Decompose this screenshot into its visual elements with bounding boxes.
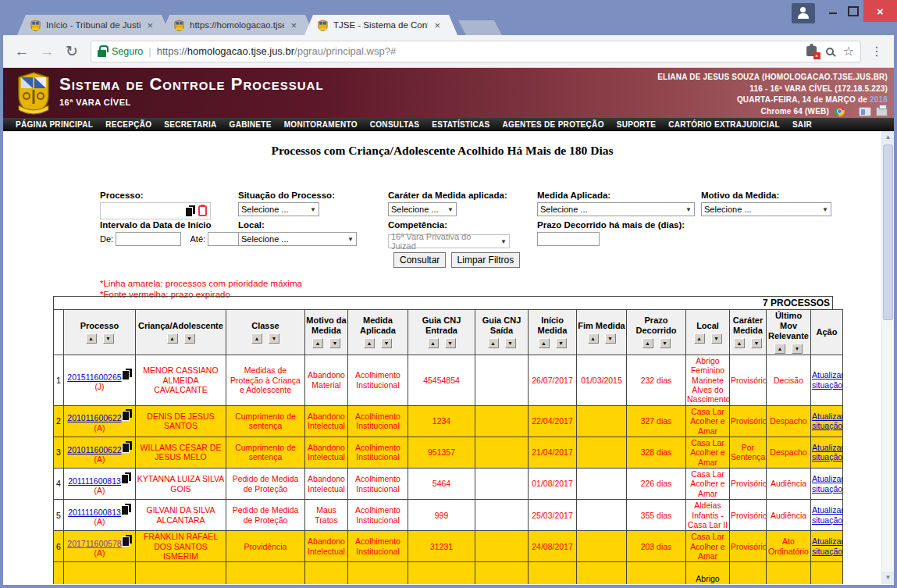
scrollbar-thumb[interactable] (883, 144, 893, 320)
sort-desc-icon[interactable]: ▼ (660, 338, 671, 348)
copy-pages-icon[interactable] (185, 205, 195, 217)
sort-asc-icon[interactable]: ▲ (251, 333, 262, 344)
sort-desc-icon[interactable]: ▼ (556, 338, 567, 348)
sort-desc-icon[interactable]: ▼ (751, 338, 762, 348)
processo-link[interactable]: 201111600813 (68, 508, 121, 517)
page-title: Processos com Criança/Adolescente Acolhi… (3, 144, 881, 158)
menu-item-recep-o[interactable]: RECEPÇÃO (99, 120, 158, 129)
menu-item-agentes-de-prote-o[interactable]: AGENTES DE PROTEÇÃO (497, 120, 610, 129)
tab-close-icon[interactable]: × (289, 20, 298, 31)
browser-window: Início - Tribunal de Justiç×https://homo… (0, 0, 897, 588)
new-tab-button[interactable] (458, 20, 502, 35)
atualizar-situacao-link[interactable]: Atualizar situação (812, 443, 843, 461)
profile-icon[interactable] (792, 3, 815, 23)
sort-asc-icon[interactable]: ▲ (774, 344, 785, 354)
mov-cell: Ato Ordinatório (767, 531, 811, 562)
copy-pages-icon[interactable] (121, 472, 131, 484)
local-select[interactable]: Selecione ...▼ (238, 232, 357, 246)
processo-link[interactable]: 201011600622 (67, 413, 121, 422)
processo-link[interactable]: 201511600265 (67, 372, 121, 382)
sort-desc-icon[interactable]: ▼ (792, 344, 803, 354)
copy-pages-icon[interactable] (122, 535, 132, 547)
sort-asc-icon[interactable]: ▲ (167, 333, 178, 344)
data-inicio-de-input[interactable] (116, 232, 181, 246)
tab-close-icon[interactable]: × (432, 20, 442, 31)
sort-asc-icon[interactable]: ▲ (734, 338, 745, 348)
sort-desc-icon[interactable]: ▼ (711, 333, 722, 344)
sort-asc-icon[interactable]: ▲ (488, 338, 499, 348)
url-text[interactable]: https://homologacao.tjse.jus.br/pgrau/pr… (157, 45, 801, 57)
copy-pages-icon[interactable] (122, 441, 132, 453)
sort-desc-icon[interactable]: ▼ (269, 333, 279, 344)
browser-menu-icon[interactable]: ⋮ (864, 44, 886, 59)
sort-asc-icon[interactable]: ▲ (588, 333, 599, 344)
copy-pages-icon[interactable] (121, 504, 131, 515)
scroll-up-icon[interactable]: ▲ (882, 131, 894, 144)
sort-desc-icon[interactable]: ▼ (103, 333, 114, 344)
processo-link[interactable]: 201011600622 (67, 445, 121, 454)
printer-icon[interactable] (876, 107, 888, 116)
menu-item-estat-sticas[interactable]: ESTATÍSTICAS (425, 120, 496, 129)
sort-controls: ▲▼ (731, 338, 765, 348)
menu-item-secretaria[interactable]: SECRETARIA (158, 120, 222, 129)
tab-1[interactable]: Início - Tribunal de Justiç× (17, 15, 170, 35)
tab-close-icon[interactable]: × (145, 20, 155, 31)
maximize-button[interactable] (843, 0, 863, 22)
sort-desc-icon[interactable]: ▼ (445, 338, 456, 348)
processo-input[interactable] (102, 205, 182, 217)
menu-item-suporte[interactable]: SUPORTE (610, 120, 662, 129)
paste-clipboard-icon[interactable] (198, 205, 207, 216)
motivo-select[interactable]: Selecione ...▼ (701, 202, 831, 216)
menu-item-consultas[interactable]: CONSULTAS (364, 120, 425, 129)
refresh-icon[interactable]: ↻ (61, 42, 83, 60)
sort-asc-icon[interactable]: ▲ (364, 338, 375, 348)
atualizar-situacao-link[interactable]: Atualizar situação (812, 505, 843, 524)
copy-pages-icon[interactable] (122, 409, 132, 421)
atualizar-situacao-link[interactable]: Atualizar situação (812, 370, 843, 389)
menu-item-sair[interactable]: SAIR (786, 120, 818, 129)
atualizar-situacao-link[interactable]: Atualizar situação (812, 474, 843, 493)
bookmark-star-icon[interactable]: ☆ (843, 44, 854, 59)
sort-desc-icon[interactable]: ▼ (381, 338, 392, 348)
limpar-filtros-button[interactable]: Limpar Filtros (451, 252, 521, 268)
menu-item-monitoramento[interactable]: MONITORAMENTO (278, 120, 364, 129)
copy-pages-icon[interactable] (122, 369, 132, 380)
back-icon[interactable]: ← (11, 43, 33, 60)
menu-item-p-gina-principal[interactable]: PÁGINA PRINCIPAL (9, 120, 99, 129)
menu-item-gabinete[interactable]: GABINETE (223, 120, 278, 129)
sort-asc-icon[interactable]: ▲ (694, 333, 705, 344)
sort-asc-icon[interactable]: ▲ (86, 333, 97, 344)
close-button[interactable]: × (863, 0, 897, 22)
vertical-scrollbar[interactable]: ▲ ▼ (881, 131, 894, 584)
sort-desc-icon[interactable]: ▼ (605, 333, 616, 344)
sort-asc-icon[interactable]: ▲ (428, 338, 439, 348)
consultar-button[interactable]: Consultar (393, 252, 446, 268)
forward-icon[interactable]: → (36, 43, 58, 60)
sort-desc-icon[interactable]: ▼ (505, 338, 516, 348)
inicio-cell: 01/08/2017 (529, 469, 577, 500)
atualizar-situacao-link[interactable]: Atualizar situação (812, 412, 843, 430)
menu-item-cart-rio-extrajudicial[interactable]: CARTÓRIO EXTRAJUDICIAL (662, 120, 786, 129)
sort-asc-icon[interactable]: ▲ (312, 338, 323, 348)
processo-link[interactable]: 201111600813 (68, 476, 121, 486)
minimize-button[interactable] (823, 0, 843, 22)
processo-link[interactable]: 201711600578 (67, 539, 121, 548)
scroll-down-icon[interactable]: ▼ (882, 572, 894, 584)
tab-3[interactable]: TJSE - Sistema de Contro× (304, 15, 457, 35)
fim-cell (577, 531, 627, 562)
idcard-icon[interactable] (859, 107, 871, 116)
sort-asc-icon[interactable]: ▲ (642, 338, 653, 348)
medida-select[interactable]: Selecione ...▼ (537, 202, 695, 216)
tab-2[interactable]: https://homologacao.tjse× (161, 15, 314, 35)
sort-asc-icon[interactable]: ▲ (539, 338, 550, 348)
sort-desc-icon[interactable]: ▼ (329, 338, 340, 348)
sort-desc-icon[interactable]: ▼ (184, 333, 195, 344)
atualizar-situacao-link[interactable]: Atualizar situação (812, 536, 843, 555)
prazo-input[interactable] (537, 232, 600, 246)
carater-select[interactable]: Selecione ...▼ (388, 202, 457, 216)
extension-icon[interactable]: × (806, 46, 817, 56)
sort-controls: ▲▼ (65, 333, 134, 344)
address-bar[interactable]: Seguro | https://homologacao.tjse.jus.br… (91, 41, 861, 62)
zoom-icon[interactable] (826, 48, 834, 55)
situacao-select[interactable]: Selecione ...▼ (238, 202, 319, 216)
